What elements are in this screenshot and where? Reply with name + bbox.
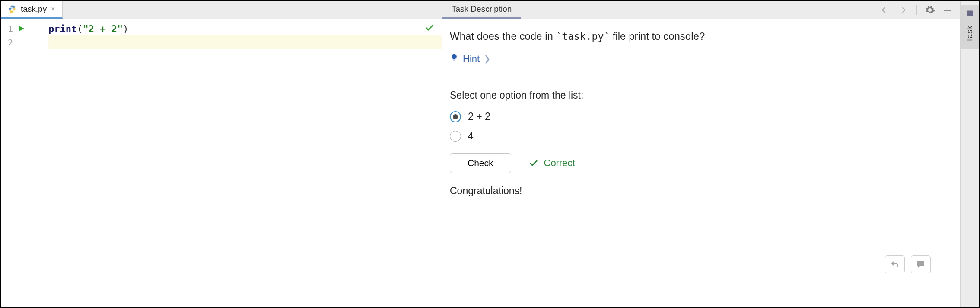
options-group: 2 + 2 4: [450, 111, 945, 142]
editor-tab-name: task.py: [21, 4, 47, 14]
code-line: [48, 35, 442, 49]
result-correct: Correct: [528, 157, 575, 169]
radio-unselected[interactable]: [450, 131, 461, 142]
svg-rect-2: [944, 10, 951, 11]
code-area[interactable]: print("2 + 2"): [48, 19, 442, 307]
radio-selected[interactable]: [450, 111, 461, 122]
check-icon: [424, 22, 435, 35]
hint-label: Hint: [463, 53, 480, 64]
undo-icon[interactable]: [885, 255, 905, 273]
option-row[interactable]: 2 + 2: [450, 111, 945, 122]
minimize-icon[interactable]: [943, 5, 952, 15]
check-row: Check Correct: [450, 153, 945, 173]
svg-point-1: [13, 11, 14, 12]
editor-tab-bar: task.py ×: [1, 1, 442, 19]
hint-button[interactable]: Hint ❯: [450, 53, 945, 65]
nav-back-icon[interactable]: [878, 6, 890, 14]
rail-task-tab[interactable]: Task: [961, 5, 979, 49]
line-number: 2: [5, 37, 13, 48]
editor-pane: task.py × 1 2 print("2 + 2"): [1, 1, 442, 307]
side-rail: Task: [960, 1, 979, 307]
gear-icon[interactable]: [925, 5, 935, 15]
header-actions: [878, 1, 960, 19]
task-pane: Task Description What does the code in `…: [442, 1, 960, 307]
separator: [916, 5, 917, 15]
task-question: What does the code in `task.py` file pri…: [450, 30, 945, 42]
nav-forward-icon[interactable]: [897, 6, 909, 14]
editor-gutter: 1 2: [1, 19, 48, 307]
chevron-right-icon: ❯: [484, 54, 490, 64]
line-number: 1: [5, 23, 13, 34]
task-bottom-actions: [885, 255, 931, 273]
rail-label: Task: [965, 26, 974, 42]
task-body: What does the code in `task.py` file pri…: [442, 19, 960, 307]
select-prompt: Select one option from the list:: [450, 90, 945, 101]
task-header-title: Task Description: [452, 4, 512, 14]
option-row[interactable]: 4: [450, 130, 945, 142]
book-icon: [966, 10, 974, 19]
svg-point-0: [11, 6, 12, 7]
option-label: 4: [468, 130, 474, 142]
lightbulb-icon: [450, 53, 458, 65]
task-header: Task Description: [442, 1, 960, 19]
task-description-tab[interactable]: Task Description: [442, 1, 521, 19]
divider: [450, 77, 945, 77]
close-icon[interactable]: ×: [51, 5, 55, 13]
python-file-icon: [8, 5, 16, 13]
result-label: Correct: [544, 157, 575, 169]
check-button[interactable]: Check: [450, 153, 511, 173]
code-line: print("2 + 2"): [48, 22, 442, 35]
comment-icon[interactable]: [911, 255, 931, 273]
option-label: 2 + 2: [468, 111, 490, 122]
congrats-text: Congratulations!: [450, 185, 945, 197]
code-editor[interactable]: 1 2 print("2 + 2"): [1, 19, 442, 307]
editor-tab[interactable]: task.py ×: [1, 1, 63, 19]
run-icon[interactable]: [17, 25, 25, 32]
